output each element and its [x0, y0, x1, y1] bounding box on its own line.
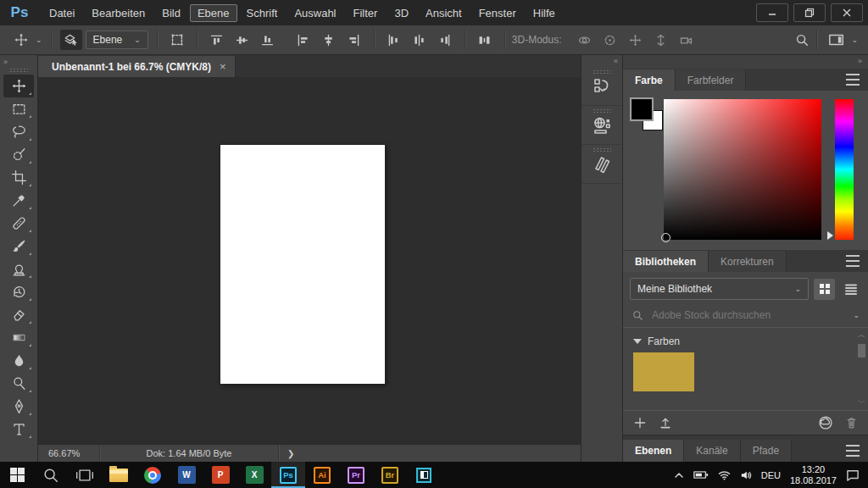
excel-button[interactable]: X [237, 462, 271, 488]
adobe-stock-search-input[interactable] [650, 308, 846, 322]
align-left-edges-icon[interactable] [292, 30, 314, 50]
move-tool[interactable] [3, 75, 34, 97]
distribute-spacing-icon[interactable] [474, 30, 496, 50]
close-button[interactable] [831, 3, 863, 22]
3d-materials-panel-button[interactable] [581, 106, 622, 145]
align-vertical-centers-icon[interactable] [231, 30, 253, 50]
add-element-icon[interactable] [633, 416, 647, 430]
pen-tool[interactable] [3, 395, 34, 418]
brush-tool[interactable] [3, 235, 34, 258]
eraser-tool[interactable] [3, 303, 34, 326]
bridge-button[interactable]: Br [373, 462, 407, 488]
distribute-left-edges-icon[interactable] [383, 30, 405, 50]
scroll-down-icon[interactable]: ﹀ [858, 397, 865, 408]
show-transform-controls-icon[interactable] [166, 30, 188, 50]
type-tool[interactable] [3, 418, 34, 441]
hue-slider[interactable] [835, 99, 854, 240]
tab-farbe[interactable]: Farbe [623, 69, 676, 91]
menu-ansicht[interactable]: Ansicht [417, 3, 470, 23]
color-field-marker[interactable] [661, 233, 670, 242]
3d-zoom-camera-icon[interactable] [675, 30, 697, 50]
list-view-button[interactable] [840, 279, 861, 300]
tab-farbfelder[interactable]: Farbfelder [676, 69, 747, 91]
colors-section-header[interactable]: Farben [623, 328, 868, 352]
auto-select-layers-icon[interactable] [60, 30, 82, 50]
menu-fenster[interactable]: Fenster [470, 3, 525, 23]
distribute-right-edges-icon[interactable] [434, 30, 456, 50]
auto-select-target-dropdown[interactable]: Ebene ⌄ [86, 30, 148, 49]
spot-healing-brush-tool[interactable] [3, 212, 34, 235]
lasso-tool[interactable] [3, 120, 34, 143]
menu-datei[interactable]: Datei [41, 3, 83, 23]
gradient-tool[interactable] [3, 326, 34, 349]
tool-preset-chevron-icon[interactable]: ⌄ [36, 36, 42, 44]
scrollbar-thumb[interactable] [858, 344, 865, 358]
grid-view-button[interactable] [814, 279, 835, 300]
document-tab[interactable]: Unbenannt-1 bei 66.7% (CMYK/8) × [38, 56, 236, 77]
properties-panel-button[interactable] [581, 145, 622, 184]
menu-bild[interactable]: Bild [153, 3, 189, 23]
tab-bibliotheken[interactable]: Bibliotheken [623, 251, 709, 272]
teal-app-button[interactable] [407, 462, 441, 488]
file-explorer-button[interactable] [102, 462, 136, 488]
crop-tool[interactable] [3, 166, 34, 189]
align-horizontal-centers-icon[interactable] [318, 30, 340, 50]
eyedropper-tool[interactable] [3, 189, 34, 212]
zoom-level-field[interactable]: 66.67% [38, 448, 99, 458]
tray-expand-chevron-icon[interactable] [674, 471, 684, 480]
clock[interactable]: 13:20 18.08.2017 [790, 464, 837, 486]
menu-schrift[interactable]: Schrift [238, 3, 287, 23]
blur-tool[interactable] [3, 349, 34, 372]
3d-pan-icon[interactable] [624, 30, 646, 50]
powerpoint-button[interactable]: P [203, 462, 237, 488]
hue-slider-marker[interactable] [827, 231, 833, 240]
distribute-horizontal-centers-icon[interactable] [409, 30, 431, 50]
tab-close-icon[interactable]: × [220, 60, 226, 73]
tab-korrekturen[interactable]: Korrekturen [709, 251, 787, 272]
dock-collapse-control[interactable]: « [581, 55, 622, 67]
chrome-button[interactable] [136, 462, 170, 488]
search-icon[interactable] [791, 30, 813, 50]
tools-expand-control[interactable]: » [0, 55, 37, 67]
3d-roll-icon[interactable] [598, 30, 620, 50]
photoshop-taskbar-button[interactable]: Ps [271, 462, 305, 488]
minimize-button[interactable] [756, 3, 788, 22]
libraries-panel-menu-icon[interactable] [846, 255, 868, 272]
menu-hilfe[interactable]: Hilfe [525, 3, 564, 23]
menu-ebene[interactable]: Ebene [190, 4, 237, 22]
panels-expand-control[interactable]: » [623, 55, 868, 69]
restore-button[interactable] [793, 3, 826, 22]
wifi-icon[interactable] [718, 470, 731, 480]
align-bottom-edges-icon[interactable] [257, 30, 279, 50]
history-panel-button[interactable] [581, 67, 622, 106]
saturation-brightness-field[interactable] [664, 99, 821, 240]
action-center-icon[interactable] [846, 469, 860, 481]
delete-trash-icon[interactable] [845, 416, 858, 430]
align-top-edges-icon[interactable] [206, 30, 228, 50]
task-view-button[interactable] [68, 462, 102, 488]
upload-share-icon[interactable] [659, 416, 672, 430]
word-button[interactable]: W [170, 462, 203, 488]
workspace-switcher-icon[interactable] [826, 30, 848, 50]
scroll-up-icon[interactable]: ︿ [858, 330, 865, 341]
dodge-tool[interactable] [3, 372, 34, 395]
search-scope-chevron-icon[interactable]: ⌄ [853, 311, 860, 319]
speaker-icon[interactable] [740, 470, 752, 480]
taskbar-search-button[interactable] [34, 462, 68, 488]
menu-bearbeiten[interactable]: Bearbeiten [83, 3, 153, 23]
library-select-dropdown[interactable]: Meine Bibliothek ⌄ [630, 278, 809, 300]
battery-icon[interactable] [693, 470, 709, 480]
workspace-chevron-icon[interactable]: ⌄ [851, 36, 858, 44]
language-indicator[interactable]: DEU [761, 470, 781, 480]
illustrator-button[interactable]: Ai [305, 462, 339, 488]
color-panel-menu-icon[interactable] [846, 74, 868, 91]
3d-orbit-icon[interactable] [573, 30, 595, 50]
tab-pfade[interactable]: Pfade [741, 440, 792, 462]
library-scrollbar[interactable]: ︿ ﹀ [857, 330, 866, 408]
3d-slide-icon[interactable] [649, 30, 671, 50]
creative-cloud-sync-icon[interactable] [818, 415, 833, 430]
menu-3d[interactable]: 3D [386, 3, 417, 23]
rectangular-marquee-tool[interactable] [3, 97, 34, 120]
document-canvas[interactable] [220, 145, 385, 384]
start-button[interactable] [0, 462, 34, 488]
